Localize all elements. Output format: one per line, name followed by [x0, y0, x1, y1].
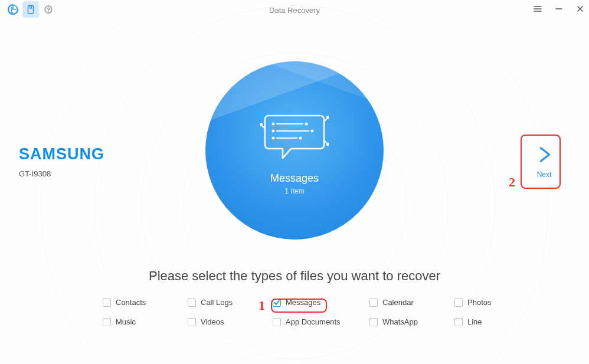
filetype-calendar[interactable]: Calendar [369, 298, 454, 307]
device-model: GT-I9308 [19, 169, 104, 178]
filetype-label: Calendar [382, 298, 414, 307]
filetype-videos[interactable]: Videos [188, 317, 273, 326]
minimize-icon[interactable] [554, 4, 564, 14]
chevron-right-icon [534, 145, 554, 167]
window-title: Data Recovery [269, 6, 320, 15]
close-icon[interactable] [575, 4, 585, 14]
checkbox-icon [369, 318, 378, 326]
menu-icon[interactable] [532, 4, 543, 14]
titlebar: Data Recovery [0, 0, 589, 19]
filetype-line[interactable]: Line [454, 317, 513, 326]
filetype-music[interactable]: Music [103, 317, 188, 326]
selection-count: 1 Item [284, 187, 304, 195]
svg-point-6 [272, 129, 275, 132]
svg-point-4 [272, 122, 275, 125]
svg-point-10 [260, 123, 262, 126]
device-info: SAMSUNG GT-I9308 [19, 145, 104, 178]
filetype-messages[interactable]: Messages [273, 298, 369, 307]
checkbox-icon [188, 318, 196, 326]
top-left-icons [0, 0, 61, 20]
svg-point-7 [311, 129, 314, 132]
checkbox-icon [273, 318, 281, 326]
svg-point-12 [327, 143, 329, 146]
filetype-label: App Documents [286, 317, 341, 326]
annotation-num-2: 2 [509, 175, 515, 190]
checkbox-icon [454, 318, 463, 326]
checkbox-icon [273, 299, 281, 307]
filetype-contacts[interactable]: Contacts [103, 298, 188, 307]
filetype-call-logs[interactable]: Call Logs [188, 298, 273, 307]
filetype-app-documents[interactable]: App Documents [273, 317, 369, 326]
filetype-photos[interactable]: Photos [454, 298, 513, 307]
svg-point-9 [299, 136, 302, 139]
filetype-label: Photos [467, 298, 491, 307]
svg-point-5 [305, 122, 308, 125]
svg-point-8 [272, 136, 275, 139]
instruction-text: Please select the types of files you wan… [0, 268, 589, 284]
filetype-label: Call Logs [201, 298, 233, 307]
filetype-label: Videos [201, 317, 224, 326]
svg-point-11 [327, 116, 329, 119]
window-controls [532, 4, 585, 14]
messages-circuit-icon [260, 109, 329, 168]
filetype-whatsapp[interactable]: WhatsApp [369, 317, 454, 326]
device-brand: SAMSUNG [19, 145, 104, 163]
filetype-label: Contacts [116, 298, 146, 307]
checkbox-icon [369, 299, 378, 307]
checkbox-icon [103, 299, 111, 307]
checkbox-icon [454, 299, 463, 307]
filetype-label: WhatsApp [382, 317, 418, 326]
file-type-grid: Contacts Call Logs Messages Calendar Pho… [103, 298, 513, 326]
filetype-label: Line [467, 317, 482, 326]
next-button[interactable]: Next [528, 139, 561, 184]
svg-rect-1 [28, 5, 34, 14]
checkbox-icon [188, 299, 196, 307]
next-label: Next [537, 170, 552, 179]
svg-point-3 [48, 11, 48, 12]
filetype-label: Music [116, 317, 136, 326]
selection-summary-circle: Messages 1 Item [205, 61, 384, 240]
nav-home-icon[interactable] [5, 1, 21, 18]
filetype-label: Messages [286, 298, 320, 307]
checkbox-icon [103, 318, 111, 326]
selection-title: Messages [270, 172, 319, 185]
nav-data-icon[interactable] [22, 1, 39, 18]
nav-tools-icon[interactable] [40, 1, 57, 18]
